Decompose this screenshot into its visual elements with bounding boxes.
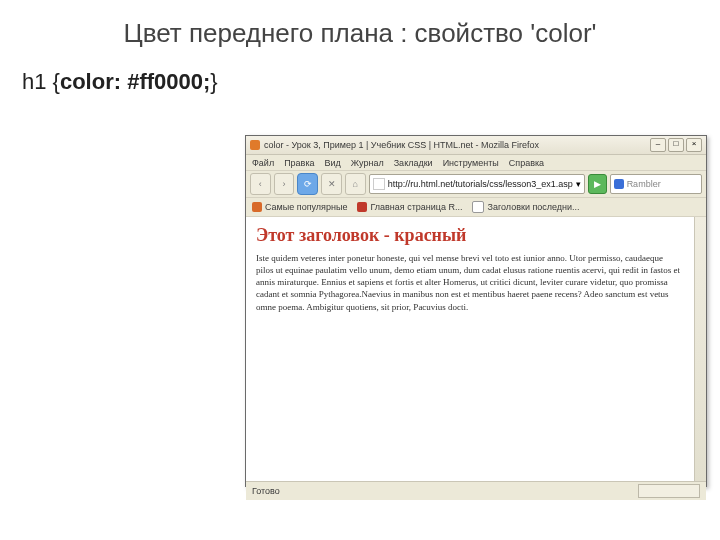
- search-engine-icon: [614, 179, 624, 189]
- stop-icon: ✕: [328, 179, 336, 189]
- page-heading: Этот заголовок - красный: [256, 225, 696, 246]
- folder-icon: [252, 202, 262, 212]
- page-viewport: Этот заголовок - красный Iste quidem vet…: [246, 217, 706, 482]
- url-bar[interactable]: http://ru.html.net/tutorials/css/lesson3…: [369, 174, 585, 194]
- menu-tools[interactable]: Инструменты: [443, 158, 499, 168]
- doc-icon: [472, 201, 484, 213]
- status-bar: Готово: [246, 482, 706, 500]
- bookmark-label: Главная страница R...: [370, 202, 462, 212]
- menu-bar: Файл Правка Вид Журнал Закладки Инструме…: [246, 155, 706, 171]
- menu-view[interactable]: Вид: [325, 158, 341, 168]
- bookmark-label: Самые популярные: [265, 202, 347, 212]
- page-icon: [373, 178, 385, 190]
- page-paragraph: Iste quidem veteres inter ponetur honest…: [256, 252, 696, 313]
- back-button[interactable]: ‹: [250, 173, 271, 195]
- reload-button[interactable]: ⟳: [297, 173, 318, 195]
- menu-bookmarks[interactable]: Закладки: [394, 158, 433, 168]
- home-button[interactable]: ⌂: [345, 173, 366, 195]
- status-box: [638, 484, 700, 498]
- code-prefix: h1 {: [22, 69, 60, 94]
- window-title: color - Урок 3, Пример 1 | Учебник CSS |…: [264, 140, 646, 150]
- maximize-button[interactable]: □: [668, 138, 684, 152]
- site-icon: [357, 202, 367, 212]
- css-code-example: h1 {color: #ff0000;}: [22, 69, 720, 95]
- back-icon: ‹: [259, 179, 262, 189]
- menu-help[interactable]: Справка: [509, 158, 544, 168]
- code-suffix: }: [210, 69, 217, 94]
- home-icon: ⌂: [353, 179, 358, 189]
- menu-history[interactable]: Журнал: [351, 158, 384, 168]
- code-property: color: #ff0000;: [60, 69, 210, 94]
- go-button[interactable]: ▶: [588, 174, 607, 194]
- bookmark-rambler[interactable]: Главная страница R...: [357, 202, 462, 212]
- forward-button[interactable]: ›: [274, 173, 295, 195]
- go-icon: ▶: [594, 179, 601, 189]
- window-titlebar[interactable]: color - Урок 3, Пример 1 | Учебник CSS |…: [246, 136, 706, 155]
- status-text: Готово: [252, 486, 280, 496]
- search-placeholder: Rambler: [627, 179, 661, 189]
- menu-file[interactable]: Файл: [252, 158, 274, 168]
- bookmark-label: Заголовки последни...: [487, 202, 579, 212]
- firefox-icon: [250, 140, 260, 150]
- bookmarks-toolbar: Самые популярные Главная страница R... З…: [246, 198, 706, 217]
- menu-edit[interactable]: Правка: [284, 158, 314, 168]
- nav-toolbar: ‹ › ⟳ ✕ ⌂ http://ru.html.net/tutorials/c…: [246, 171, 706, 198]
- minimize-button[interactable]: –: [650, 138, 666, 152]
- bookmark-popular[interactable]: Самые популярные: [252, 202, 347, 212]
- forward-icon: ›: [283, 179, 286, 189]
- reload-icon: ⟳: [304, 179, 312, 189]
- slide-title: Цвет переднего плана : свойство 'color': [0, 18, 720, 49]
- stop-button[interactable]: ✕: [321, 173, 342, 195]
- search-box[interactable]: Rambler: [610, 174, 702, 194]
- browser-window: color - Урок 3, Пример 1 | Учебник CSS |…: [245, 135, 707, 487]
- bookmark-headlines[interactable]: Заголовки последни...: [472, 201, 579, 213]
- url-text: http://ru.html.net/tutorials/css/lesson3…: [388, 179, 573, 189]
- close-button[interactable]: ×: [686, 138, 702, 152]
- url-dropdown-icon[interactable]: ▾: [576, 179, 581, 189]
